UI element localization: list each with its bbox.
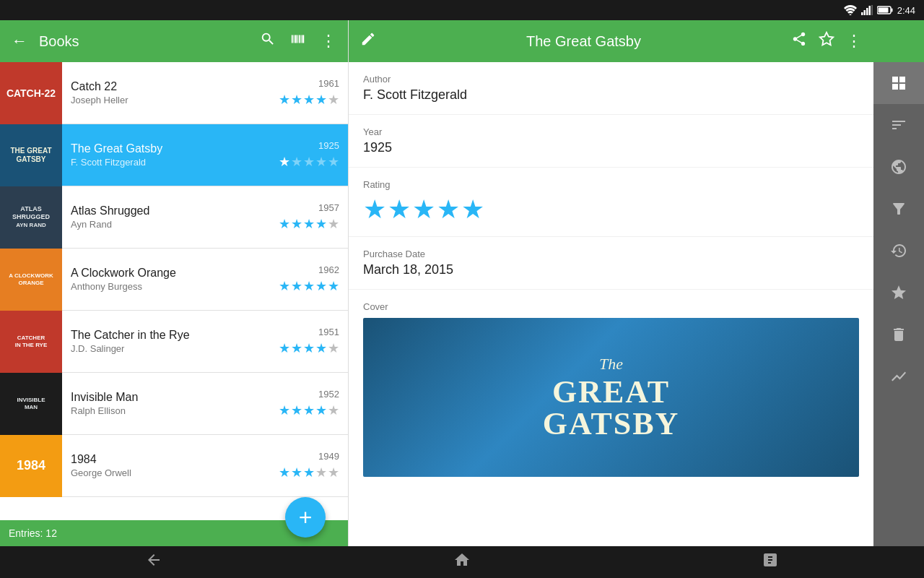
barcode-button[interactable] (287, 28, 309, 54)
book-year-rye: 1951 (318, 327, 339, 337)
status-icons: 2:44 (844, 5, 915, 16)
book-meta-invisible: 1952 ★★★★★ (279, 389, 348, 418)
book-meta-clockwork: 1962 ★★★★★ (279, 264, 348, 294)
book-title-atlas: Atlas Shrugged (71, 204, 270, 217)
author-label: Author (363, 74, 859, 85)
add-book-fab[interactable]: + (285, 497, 326, 538)
rating-star-1[interactable]: ★ (363, 194, 386, 225)
more-button-left[interactable]: ⋮ (318, 29, 339, 53)
book-item-catch22[interactable]: CATCH-22 Catch 22 Joseph Heller 1961 ★★★… (0, 62, 348, 124)
book-info-catch22: Catch 22 Joseph Heller (62, 74, 279, 111)
favorites-list-button[interactable] (873, 272, 924, 314)
book-cover-invisible: INVISIBLEMAN (0, 373, 62, 435)
book-title-invisible: Invisible Man (71, 391, 270, 404)
book-cover-1984: 1984 (0, 435, 62, 497)
book-year-clockwork: 1962 (318, 264, 339, 275)
book-meta-atlas: 1957 ★★★★★ (279, 202, 348, 232)
rating-star-2[interactable]: ★ (388, 194, 411, 225)
detail-header: The Great Gatsby ⋮ (349, 20, 873, 62)
svg-rect-7 (878, 8, 888, 13)
book-stars-atlas: ★★★★★ (279, 216, 339, 232)
book-info-rye: The Catcher in the Rye J.D. Salinger (62, 323, 279, 360)
globe-button[interactable] (873, 146, 924, 188)
home-nav-button[interactable] (424, 545, 500, 578)
book-info-invisible: Invisible Man Ralph Ellison (62, 385, 279, 422)
more-button-detail[interactable]: ⋮ (846, 32, 862, 51)
books-title: Books (39, 33, 248, 50)
book-item-gatsby[interactable]: THE GREATGATSBY The Great Gatsby F. Scot… (0, 124, 348, 186)
book-info-1984: 1984 George Orwell (62, 447, 279, 484)
sidebar-top-spacer (873, 20, 924, 62)
book-year-gatsby: 1925 (318, 140, 339, 151)
cover-field: Cover The GREAT GATSBY (349, 290, 873, 488)
edit-button[interactable] (360, 31, 376, 51)
search-button[interactable] (257, 28, 279, 54)
book-item-rye[interactable]: CATCHERIN THE RYE The Catcher in the Rye… (0, 311, 348, 373)
book-cover-atlas: ATLASSHRUGGEDAYN RAND (0, 186, 62, 249)
status-bar: 2:44 (0, 0, 924, 20)
book-title-clockwork: A Clockwork Orange (71, 267, 270, 280)
book-title-gatsby: The Great Gatsby (71, 142, 270, 155)
middle-panel: The Great Gatsby ⋮ Author F. Scott Fitzg… (349, 20, 873, 546)
filter-button[interactable] (873, 188, 924, 230)
book-title-rye: The Catcher in the Rye (71, 329, 270, 342)
author-field: Author F. Scott Fitzgerald (349, 62, 873, 115)
book-year-atlas: 1957 (318, 202, 339, 213)
right-sidebar (873, 20, 924, 546)
favorite-button[interactable] (819, 31, 834, 51)
book-year-invisible: 1952 (318, 389, 339, 400)
grid-view-button[interactable] (873, 62, 924, 104)
rating-stars[interactable]: ★ ★ ★ ★ ★ (363, 194, 859, 225)
book-author-gatsby: F. Scott Fitzgerald (71, 157, 270, 168)
book-stars-1984: ★★★★★ (279, 465, 339, 480)
book-author-atlas: Ayn Rand (71, 219, 270, 230)
rating-star-5[interactable]: ★ (461, 194, 484, 225)
delete-button[interactable] (873, 314, 924, 355)
share-button[interactable] (791, 31, 807, 51)
book-cover-clockwork: A CLOCKWORKORANGE (0, 249, 62, 311)
cover-image: The GREAT GATSBY (363, 318, 859, 477)
book-title-1984: 1984 (71, 453, 270, 466)
detail-content: Author F. Scott Fitzgerald Year 1925 Rat… (349, 62, 873, 546)
book-author-clockwork: Anthony Burgess (71, 281, 270, 292)
back-button[interactable]: ← (9, 29, 30, 53)
svg-rect-4 (868, 6, 871, 15)
book-stars-rye: ★★★★★ (279, 340, 339, 356)
bottom-navigation (0, 546, 924, 578)
sort-button[interactable] (873, 104, 924, 146)
book-meta-1984: 1949 ★★★★★ (279, 451, 348, 480)
purchase-date-label: Purchase Date (363, 249, 859, 259)
wifi-icon (844, 5, 857, 15)
book-item-atlas[interactable]: ATLASSHRUGGEDAYN RAND Atlas Shrugged Ayn… (0, 186, 348, 249)
book-item-clockwork[interactable]: A CLOCKWORKORANGE A Clockwork Orange Ant… (0, 249, 348, 311)
rating-field: Rating ★ ★ ★ ★ ★ (349, 168, 873, 237)
book-title-catch22: Catch 22 (71, 80, 270, 93)
back-nav-button[interactable] (116, 545, 191, 578)
cover-label: Cover (363, 301, 859, 312)
left-header: ← Books ⋮ (0, 20, 348, 62)
book-item-invisible[interactable]: INVISIBLEMAN Invisible Man Ralph Ellison… (0, 373, 348, 435)
rating-star-4[interactable]: ★ (437, 194, 460, 225)
svg-rect-1 (861, 12, 863, 15)
book-year-1984: 1949 (318, 451, 339, 462)
book-cover-rye: CATCHERIN THE RYE (0, 311, 62, 373)
left-panel: ← Books ⋮ CATCH-22 Catch (0, 20, 349, 546)
year-value: 1925 (363, 140, 859, 155)
rating-label: Rating (363, 179, 859, 190)
history-button[interactable] (873, 230, 924, 272)
rating-star-3[interactable]: ★ (412, 194, 435, 225)
svg-rect-8 (891, 9, 892, 12)
book-item-1984[interactable]: 1984 1984 George Orwell 1949 ★★★★★ (0, 435, 348, 497)
book-cover-catch22: CATCH-22 (0, 62, 62, 124)
book-author-catch22: Joseph Heller (71, 95, 270, 105)
book-stars-catch22: ★★★★★ (279, 92, 339, 108)
book-author-invisible: Ralph Ellison (71, 405, 270, 416)
book-meta-gatsby: 1925 ★★★★★ (279, 140, 348, 170)
recent-nav-button[interactable] (733, 545, 808, 578)
book-meta-rye: 1951 ★★★★★ (279, 327, 348, 356)
book-stars-gatsby: ★★★★★ (279, 154, 339, 170)
purchase-date-value: March 18, 2015 (363, 262, 859, 277)
book-list: CATCH-22 Catch 22 Joseph Heller 1961 ★★★… (0, 62, 348, 520)
stats-button[interactable] (873, 355, 924, 397)
book-year-catch22: 1961 (318, 78, 339, 89)
